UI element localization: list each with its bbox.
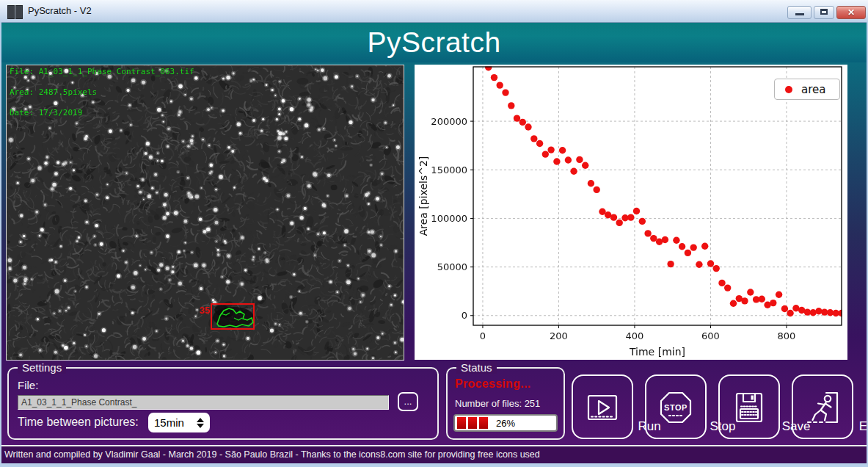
exit-door-icon: [805, 390, 840, 425]
maximize-icon: [820, 9, 828, 15]
legend-marker-area: [785, 86, 792, 93]
minimize-button[interactable]: [787, 6, 812, 19]
svg-text:STOP: STOP: [664, 403, 688, 412]
footer-credits-text: Written and compiled by Vladimir Gaal - …: [0, 446, 868, 460]
svg-text:Time [min]: Time [min]: [629, 346, 685, 358]
close-button[interactable]: ✕: [836, 6, 866, 19]
svg-text:0: 0: [462, 310, 467, 321]
app-icon: [7, 5, 22, 18]
spinner-up-icon[interactable]: [197, 418, 204, 422]
exit-button[interactable]: Exit: [792, 374, 853, 439]
svg-text:Area [pixels^2]: Area [pixels^2]: [417, 156, 429, 236]
overlay-date-line: Date: 17/3/2019: [10, 108, 82, 117]
spinner-arrows[interactable]: [194, 418, 206, 428]
svg-text:200: 200: [550, 330, 568, 341]
processing-status-text: Processing...: [455, 377, 531, 391]
interval-value: 15min: [150, 416, 194, 429]
svg-text:600: 600: [701, 330, 720, 341]
exit-button-label: Exit: [840, 419, 868, 434]
minimize-icon: [795, 13, 804, 15]
maximize-button[interactable]: [814, 6, 834, 19]
interval-spinner[interactable]: 15min: [148, 413, 210, 432]
footer-credits-bar: Written and compiled by Vladimir Gaal - …: [0, 445, 868, 465]
window-title: PyScratch - V2: [28, 5, 92, 16]
spinner-down-icon[interactable]: [197, 424, 204, 428]
save-button[interactable]: Save: [718, 374, 780, 439]
interval-label: Time between pictures:: [18, 416, 139, 429]
settings-group-label: Settings: [18, 361, 66, 374]
browse-button[interactable]: ...: [398, 392, 418, 411]
svg-text:200000: 200000: [431, 116, 467, 127]
microscopy-image-panel: File: A1_03_1_1_Phase Contrast_063.tif A…: [6, 65, 404, 361]
settings-group: Settings File: ... Time between pictures…: [7, 367, 439, 440]
progress-percent-label: 26%: [455, 418, 556, 429]
titlebar: PyScratch - V2 ✕: [0, 0, 868, 23]
image-overlay-text: File: A1_03_1_1_Phase Contrast_063.tif A…: [10, 67, 194, 118]
progress-bar: 26%: [453, 414, 558, 432]
status-group: Status Processing... Number of files: 25…: [446, 367, 565, 440]
stop-sign-icon: STOP: [658, 390, 693, 425]
status-group-label: Status: [456, 361, 497, 374]
run-button[interactable]: Run: [572, 374, 633, 439]
svg-text:100000: 100000: [431, 213, 467, 224]
file-count-text: Number of files: 251: [455, 398, 540, 409]
chart-legend: area: [774, 79, 840, 100]
overlay-area-line: Area: 2487.5pixels: [10, 87, 97, 97]
window-frame-left: [0, 22, 1, 467]
svg-text:800: 800: [778, 330, 796, 341]
svg-text:0: 0: [480, 330, 486, 341]
legend-label-area: area: [801, 83, 825, 96]
svg-text:50000: 50000: [437, 261, 467, 272]
file-path-input[interactable]: [18, 395, 389, 410]
area-chart-panel: 0200400600800050000100000150000200000Tim…: [415, 65, 847, 360]
stop-button[interactable]: STOP Stop: [645, 374, 707, 439]
svg-text:400: 400: [626, 330, 644, 341]
file-label: File:: [18, 379, 38, 391]
window-frame-bottom: [0, 463, 868, 467]
close-icon: ✕: [837, 7, 865, 18]
area-vs-time-chart: 0200400600800050000100000150000200000Tim…: [415, 65, 847, 360]
overlay-file-line: File: A1_03_1_1_Phase Contrast_063.tif: [10, 67, 194, 76]
svg-text:150000: 150000: [431, 164, 467, 175]
floppy-disk-icon: [732, 390, 767, 425]
play-filmstrip-icon: [585, 390, 620, 425]
app-title: PyScratch: [0, 22, 868, 62]
app-header: PyScratch: [0, 22, 868, 62]
